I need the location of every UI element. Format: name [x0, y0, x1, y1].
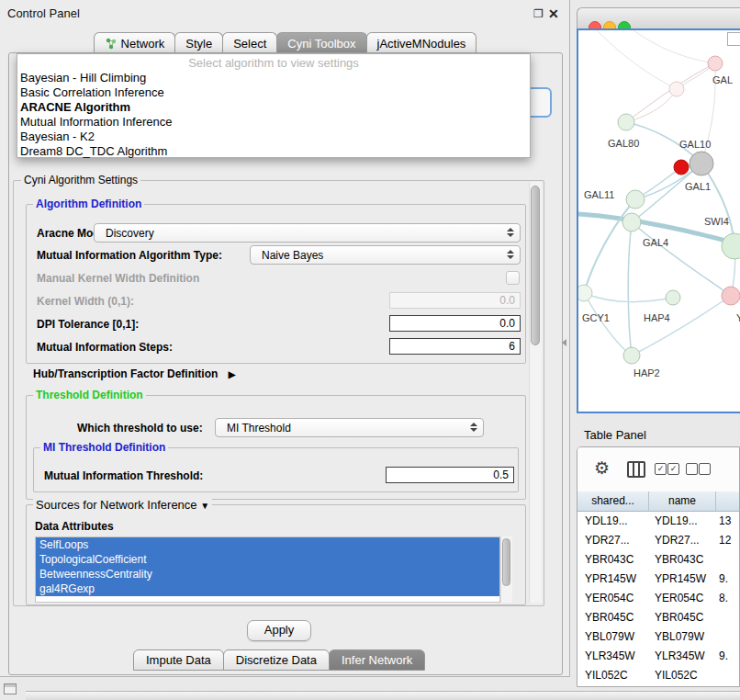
- dropdown-item[interactable]: Bayesian - Hill Climbing: [17, 71, 530, 85]
- network-edge[interactable]: [632, 296, 731, 356]
- dropdown-item[interactable]: Mutual Information Inference: [17, 115, 530, 130]
- network-node-GAL1[interactable]: [674, 160, 689, 175]
- splitter-collapse-arrow[interactable]: [562, 339, 566, 346]
- network-edge[interactable]: [626, 89, 677, 122]
- dropdown-item[interactable]: ARACNE Algorithm: [17, 100, 530, 115]
- network-edge[interactable]: [633, 30, 715, 63]
- deselect-all-box-icon[interactable]: [686, 463, 698, 475]
- tab-cyni-toolbox[interactable]: Cyni Toolbox: [276, 32, 366, 53]
- network-edge[interactable]: [584, 293, 632, 356]
- tab-label: Cyni Toolbox: [287, 37, 355, 51]
- tab-jactivemnodules[interactable]: jActiveMNodules: [366, 32, 477, 53]
- kernel-width-field[interactable]: 0.0: [389, 292, 521, 309]
- table-row[interactable]: YBR045C YBR045C: [577, 608, 740, 627]
- attribute-list-item[interactable]: TopologicalCoefficient: [36, 552, 499, 567]
- chevron-updown-icon: [470, 423, 477, 432]
- columns-icon[interactable]: [627, 461, 645, 478]
- combobox-value: Discovery: [106, 227, 154, 240]
- network-edge[interactable]: [597, 30, 677, 89]
- network-node-GAL10[interactable]: [690, 152, 713, 175]
- mi-steps-field[interactable]: 6: [389, 338, 521, 355]
- collapsed-panel-icon[interactable]: [4, 683, 17, 694]
- sources-toggle[interactable]: Sources for Network Inference ▼: [33, 499, 212, 512]
- network-node-HAP4[interactable]: [666, 290, 680, 305]
- table-row[interactable]: YIL052C YIL052C: [577, 666, 740, 685]
- network-node-GAL4[interactable]: [622, 213, 641, 231]
- network-node-HAP2[interactable]: [623, 347, 640, 364]
- attribute-list-item[interactable]: BetweennessCentrality: [36, 567, 499, 581]
- cell-value: 9.: [716, 570, 740, 589]
- network-node-label: GAL10: [679, 139, 711, 150]
- dropdown-item[interactable]: Bayesian - K2: [17, 130, 530, 144]
- mi-threshold-field[interactable]: 0.5: [386, 467, 514, 483]
- network-edge[interactable]: [628, 222, 632, 356]
- table-row[interactable]: YDL19... YDL19... 13: [577, 512, 740, 531]
- cell-shared-name: YPR145W: [577, 570, 649, 589]
- control-panel-window: Control Panel ❐ ✕ Network Style Select: [0, 0, 570, 677]
- tab-style[interactable]: Style: [174, 32, 223, 53]
- network-node-unlabeled[interactable]: [669, 82, 684, 96]
- close-icon[interactable]: ✕: [548, 8, 559, 19]
- mi-steps-label: Mutual Information Steps:: [37, 341, 173, 354]
- tab-select[interactable]: Select: [222, 32, 277, 53]
- cell-value: [716, 550, 740, 570]
- hub-definition-toggle[interactable]: Hub/Transcription Factor Definition ▶: [33, 367, 235, 380]
- tab-network[interactable]: Network: [94, 32, 176, 53]
- network-node-GAL[interactable]: [708, 56, 723, 71]
- aracne-mode-combobox[interactable]: Discovery: [94, 223, 521, 243]
- table-row[interactable]: YBL079W YBL079W: [577, 627, 740, 647]
- network-node-GAL80[interactable]: [618, 114, 634, 130]
- attribute-list-scrollbar-thumb[interactable]: [502, 538, 510, 586]
- attribute-list-item[interactable]: gal4RGexp: [36, 581, 499, 596]
- tab-impute-data[interactable]: Impute Data: [133, 649, 224, 671]
- cell-shared-name: YER054C: [577, 589, 649, 608]
- mi-algorithm-type-label: Mutual Information Algorithm Type:: [37, 249, 222, 262]
- network-overview-toggle[interactable]: [727, 32, 740, 46]
- apply-button[interactable]: Apply: [247, 620, 311, 641]
- network-edge[interactable]: [632, 222, 731, 296]
- settings-scrollbar-thumb[interactable]: [531, 186, 540, 345]
- table-row[interactable]: YLR345W YLR345W 9.: [577, 647, 740, 666]
- network-node-Y[interactable]: [722, 287, 740, 305]
- network-node-GCY1[interactable]: [578, 285, 592, 301]
- table-row[interactable]: YBR043C YBR043C: [577, 550, 740, 570]
- tab-label: Select: [233, 37, 266, 51]
- network-tab-icon: [105, 38, 117, 50]
- column-header-clipped[interactable]: [716, 491, 740, 512]
- table-row[interactable]: YER054C YER054C 8.: [577, 589, 740, 608]
- column-header-shared-name[interactable]: shared...: [577, 491, 649, 512]
- cell-shared-name: YDL19...: [577, 512, 649, 531]
- float-window-icon[interactable]: ❐: [533, 8, 544, 19]
- manual-kernel-width-checkbox[interactable]: [506, 271, 520, 285]
- network-window-titlebar[interactable]: [577, 7, 740, 29]
- network-graph: GAL80GAL10GAL1GAL11SWI4GAL4GCY1HAP4YHAP2…: [578, 30, 740, 412]
- column-header-name[interactable]: name: [649, 491, 716, 512]
- network-node-SWI4[interactable]: [722, 233, 740, 259]
- cell-name: YDL19...: [649, 512, 716, 531]
- algorithm-dropdown-popup: Select algorithm to view settings Bayesi…: [17, 53, 531, 158]
- cell-shared-name: YBR043C: [577, 550, 649, 570]
- table-row[interactable]: YDR27... YDR27... 12: [577, 531, 740, 550]
- select-all-check-icon-2[interactable]: ✓: [667, 463, 679, 475]
- table-row[interactable]: YPR145W YPR145W 9.: [577, 570, 740, 589]
- network-view-canvas[interactable]: GAL80GAL10GAL1GAL11SWI4GAL4GCY1HAP4YHAP2…: [577, 28, 740, 413]
- deselect-all-box-icon-2[interactable]: [699, 463, 711, 475]
- attribute-list-item[interactable]: SelfLoops: [36, 537, 499, 552]
- tab-infer-network[interactable]: Infer Network: [329, 649, 425, 671]
- cell-shared-name: YBL079W: [577, 627, 649, 647]
- dropdown-item[interactable]: Dream8 DC_TDC Algorithm: [17, 144, 530, 159]
- select-all-check-icon[interactable]: ✓: [655, 463, 667, 475]
- control-panel-title: Control Panel: [7, 6, 80, 20]
- which-threshold-combobox[interactable]: MI Threshold: [215, 418, 484, 437]
- dropdown-item[interactable]: Basic Correlation Inference: [17, 85, 530, 100]
- network-node-label: GAL: [712, 74, 733, 85]
- tab-discretize-data[interactable]: Discretize Data: [223, 649, 330, 671]
- screen: Control Panel ❐ ✕ Network Style Select: [0, 0, 740, 700]
- dpi-tolerance-field[interactable]: 0.0: [389, 315, 521, 332]
- tab-label: Style: [185, 37, 212, 51]
- gear-icon[interactable]: ⚙: [594, 457, 610, 479]
- mi-algorithm-type-combobox[interactable]: Naive Bayes: [250, 245, 521, 265]
- chevron-updown-icon: [507, 228, 514, 237]
- manual-kernel-width-label: Manual Kernel Width Definition: [37, 272, 199, 285]
- network-node-GAL11[interactable]: [626, 190, 645, 209]
